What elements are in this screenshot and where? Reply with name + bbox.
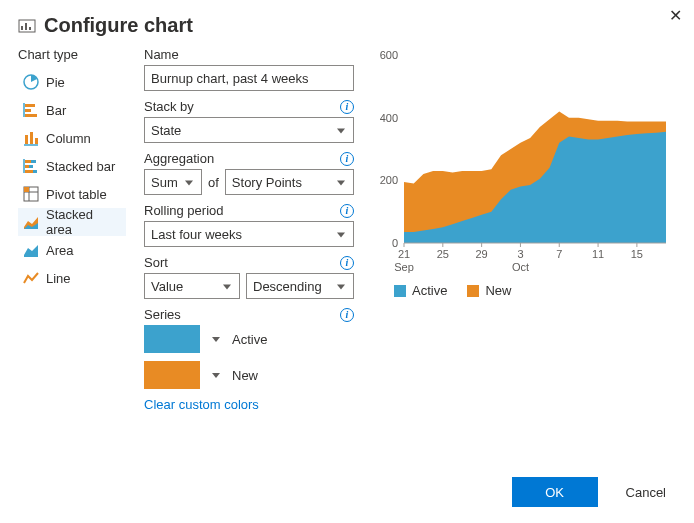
sort-by-select[interactable]: Value (144, 273, 240, 299)
legend-item-new: New (467, 283, 511, 298)
svg-text:21: 21 (398, 248, 410, 260)
stacked-area-icon (22, 213, 40, 231)
chart-type-item-label: Stacked bar (46, 159, 115, 174)
sort-dir-select[interactable]: Descending (246, 273, 354, 299)
chart-type-item-label: Area (46, 243, 73, 258)
chart-type-sidebar: Chart type Pie Bar Column Stacked bar (18, 47, 126, 420)
chart-type-area[interactable]: Area (18, 236, 126, 264)
series-row-active: Active (144, 325, 354, 353)
dialog-footer: OK Cancel (512, 477, 676, 507)
column-icon (22, 129, 40, 147)
svg-rect-17 (29, 165, 33, 168)
legend-label: New (485, 283, 511, 298)
chart-legend: Active New (372, 277, 672, 298)
svg-text:200: 200 (380, 174, 398, 186)
chart-type-pie[interactable]: Pie (18, 68, 126, 96)
series-name: Active (232, 332, 267, 347)
svg-rect-18 (25, 170, 33, 173)
chart-type-item-label: Bar (46, 103, 66, 118)
chart-type-item-label: Line (46, 271, 71, 286)
series-label: Series (144, 307, 181, 322)
rolling-select[interactable]: Last four weeks (144, 221, 354, 247)
close-button[interactable]: ✕ (669, 6, 682, 25)
legend-item-active: Active (394, 283, 447, 298)
svg-text:3: 3 (517, 248, 523, 260)
aggregation-field-select[interactable]: Story Points (225, 169, 354, 195)
svg-rect-12 (35, 138, 38, 144)
aggregation-label: Aggregation (144, 151, 214, 166)
dialog-title: Configure chart (44, 14, 193, 37)
legend-swatch (394, 285, 406, 297)
legend-label: Active (412, 283, 447, 298)
ok-button[interactable]: OK (512, 477, 598, 507)
svg-rect-8 (25, 114, 37, 117)
chart-config-icon (18, 17, 36, 35)
chart-type-label: Chart type (18, 47, 126, 62)
svg-rect-23 (24, 187, 29, 192)
chevron-down-icon[interactable] (212, 337, 220, 342)
svg-text:25: 25 (437, 248, 449, 260)
svg-rect-2 (25, 23, 27, 30)
svg-rect-1 (21, 26, 23, 30)
legend-swatch (467, 285, 479, 297)
stacked-area-chart: 020040060021Sep25293Oct71115 (372, 47, 672, 277)
chevron-down-icon[interactable] (212, 373, 220, 378)
chart-type-stacked-area[interactable]: Stacked area (18, 208, 126, 236)
chart-type-stacked-bar[interactable]: Stacked bar (18, 152, 126, 180)
chart-type-item-label: Stacked area (46, 207, 122, 237)
rolling-label: Rolling period (144, 203, 224, 218)
info-icon[interactable]: i (340, 308, 354, 322)
dialog-header: Configure chart (0, 0, 694, 47)
svg-text:7: 7 (556, 248, 562, 260)
series-name: New (232, 368, 258, 383)
info-icon[interactable]: i (340, 204, 354, 218)
info-icon[interactable]: i (340, 100, 354, 114)
svg-rect-3 (29, 27, 31, 30)
svg-text:29: 29 (476, 248, 488, 260)
svg-text:11: 11 (592, 248, 604, 260)
svg-text:600: 600 (380, 49, 398, 61)
series-swatch[interactable] (144, 325, 200, 353)
stacked-bar-icon (22, 157, 40, 175)
bar-icon (22, 101, 40, 119)
chart-type-item-label: Pivot table (46, 187, 107, 202)
chart-type-item-label: Column (46, 131, 91, 146)
chart-type-pivot-table[interactable]: Pivot table (18, 180, 126, 208)
svg-rect-6 (25, 104, 35, 107)
chart-type-line[interactable]: Line (18, 264, 126, 292)
clear-colors-link[interactable]: Clear custom colors (144, 397, 354, 412)
svg-text:400: 400 (380, 112, 398, 124)
svg-rect-15 (31, 160, 36, 163)
svg-rect-7 (25, 109, 31, 112)
pie-icon (22, 73, 40, 91)
config-form: Name Burnup chart, past 4 weeks Stack by… (144, 47, 354, 420)
chart-type-column[interactable]: Column (18, 124, 126, 152)
pivot-table-icon (22, 185, 40, 203)
cancel-button[interactable]: Cancel (616, 479, 676, 506)
area-icon (22, 241, 40, 259)
series-swatch[interactable] (144, 361, 200, 389)
info-icon[interactable]: i (340, 152, 354, 166)
svg-rect-14 (25, 160, 31, 163)
stack-by-select[interactable]: State (144, 117, 354, 143)
svg-rect-19 (33, 170, 37, 173)
svg-rect-11 (30, 132, 33, 144)
chart-preview: 020040060021Sep25293Oct71115 Active New (372, 47, 682, 420)
chart-type-item-label: Pie (46, 75, 65, 90)
sort-label: Sort (144, 255, 168, 270)
name-input[interactable]: Burnup chart, past 4 weeks (144, 65, 354, 91)
chart-type-bar[interactable]: Bar (18, 96, 126, 124)
line-icon (22, 269, 40, 287)
svg-text:15: 15 (631, 248, 643, 260)
svg-text:Oct: Oct (512, 261, 529, 273)
svg-rect-10 (25, 135, 28, 144)
svg-rect-16 (25, 165, 29, 168)
aggregation-func-select[interactable]: Sum (144, 169, 202, 195)
info-icon[interactable]: i (340, 256, 354, 270)
stack-by-label: Stack by (144, 99, 194, 114)
series-row-new: New (144, 361, 354, 389)
name-label: Name (144, 47, 179, 62)
aggregation-of-text: of (208, 175, 219, 190)
svg-text:Sep: Sep (394, 261, 414, 273)
